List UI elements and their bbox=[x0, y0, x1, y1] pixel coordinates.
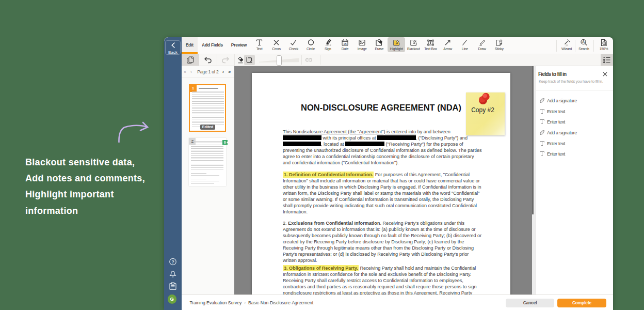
svg-text:15: 15 bbox=[343, 42, 347, 45]
svg-text:?: ? bbox=[171, 259, 174, 265]
svg-text:A: A bbox=[582, 40, 585, 43]
